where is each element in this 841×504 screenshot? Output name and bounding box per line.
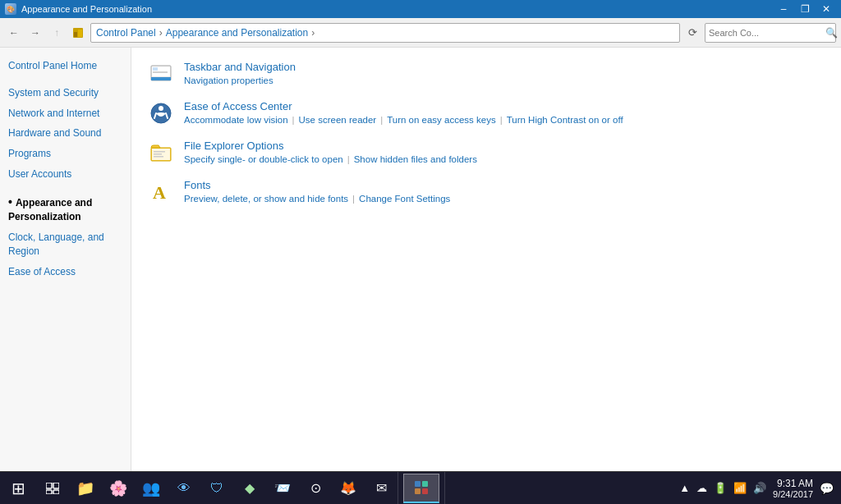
section-fonts: A Fonts Preview, delete, or show and hid… xyxy=(148,179,825,205)
taskbar-navigation-icon xyxy=(148,61,174,87)
maximize-button[interactable]: ❐ xyxy=(795,2,815,16)
svg-rect-7 xyxy=(153,71,168,73)
minimize-button[interactable]: – xyxy=(774,2,793,16)
search-box[interactable]: 🔍 xyxy=(705,23,836,43)
svg-rect-2 xyxy=(78,30,82,37)
sidebar-item-ease-of-access[interactable]: Ease of Access xyxy=(0,262,131,282)
ease-of-access-title[interactable]: Ease of Access Center xyxy=(184,100,825,112)
svg-rect-25 xyxy=(422,481,428,487)
file-explorer-text: File Explorer Options Specify single- or… xyxy=(184,140,825,164)
show-hidden-files-link[interactable]: Show hidden files and folders xyxy=(354,154,477,164)
window-title: Appearance and Personalization xyxy=(21,4,152,14)
control-panel-taskbar-app[interactable] xyxy=(403,474,439,503)
svg-text:A: A xyxy=(153,182,166,203)
mail-button[interactable]: ✉ xyxy=(365,472,398,505)
camera-button[interactable]: 👁 xyxy=(168,472,200,505)
task-view-button[interactable] xyxy=(36,472,69,505)
sidebar-item-system-and-security[interactable]: System and Security xyxy=(0,83,131,103)
fonts-links: Preview, delete, or show and hide fonts … xyxy=(184,194,825,204)
file-explorer-button[interactable]: 📁 xyxy=(69,472,102,505)
svg-rect-15 xyxy=(154,153,162,155)
sidebar-item-network-and-internet[interactable]: Network and Internet xyxy=(0,103,131,124)
close-button[interactable]: ✕ xyxy=(816,2,836,16)
content-area: Taskbar and Navigation Navigation proper… xyxy=(131,48,841,471)
turn-on-easy-access-keys-link[interactable]: Turn on easy access keys xyxy=(387,115,496,125)
solitaire-button[interactable]: ◆ xyxy=(233,472,266,505)
svg-rect-22 xyxy=(46,490,52,494)
breadcrumb-control-panel[interactable]: Control Panel xyxy=(96,27,156,39)
section-taskbar-navigation: Taskbar and Navigation Navigation proper… xyxy=(148,61,825,87)
svg-rect-24 xyxy=(415,481,420,487)
svg-rect-6 xyxy=(153,67,158,71)
refresh-button[interactable]: ⟳ xyxy=(683,24,701,42)
ease-of-access-icon xyxy=(148,100,174,126)
svg-rect-21 xyxy=(53,483,59,488)
sidebar-item-appearance[interactable]: Appearance and Personalization xyxy=(0,191,131,227)
window-controls: – ❐ ✕ xyxy=(774,2,836,16)
taskbar-navigation-links: Navigation properties xyxy=(184,76,825,85)
back-button[interactable]: ← xyxy=(5,24,23,42)
preview-delete-link[interactable]: Preview, delete, or show and hide fonts xyxy=(184,194,348,204)
forward-button[interactable]: → xyxy=(26,24,44,42)
taskbar-navigation-title[interactable]: Taskbar and Navigation xyxy=(184,61,825,73)
clock-date: 9/24/2017 xyxy=(773,489,813,499)
file-explorer-icon xyxy=(148,140,174,166)
windows-defender-button[interactable]: 🛡 xyxy=(200,472,233,505)
sidebar-item-user-accounts[interactable]: User Accounts xyxy=(0,164,131,185)
title-bar: 🎨 Appearance and Personalization – ❐ ✕ xyxy=(0,0,841,18)
tray-cloud-icon[interactable]: ☁ xyxy=(695,480,709,496)
taskbar-navigation-text: Taskbar and Navigation Navigation proper… xyxy=(184,61,825,85)
specify-click-link[interactable]: Specify single- or double-click to open xyxy=(184,154,343,164)
svg-rect-23 xyxy=(53,490,59,494)
taskbar: ⊞ 📁 🌸 👥 👁 🛡 ◆ 📨 ⊙ 🦊 ✉ ▲ ☁ 🔋 📶 🔊 9:31 AM … xyxy=(0,471,841,504)
svg-rect-16 xyxy=(154,156,163,158)
start-button[interactable]: ⊞ xyxy=(0,472,36,505)
sidebar-item-control-panel-home[interactable]: Control Panel Home xyxy=(0,56,131,76)
app-icon: 🎨 xyxy=(5,3,16,15)
up-button[interactable]: ↑ xyxy=(48,24,66,42)
breadcrumb[interactable]: Control Panel › Appearance and Personali… xyxy=(90,23,680,43)
sidebar-item-clock[interactable]: Clock, Language, and Region xyxy=(0,227,131,262)
notification-center-button[interactable]: 💬 xyxy=(818,474,834,503)
svg-point-9 xyxy=(159,106,163,111)
taskbar-clock[interactable]: 9:31 AM 9/24/2017 xyxy=(773,478,813,499)
breadcrumb-appearance[interactable]: Appearance and Personalization xyxy=(166,27,308,39)
main-area: Control Panel Home System and Security N… xyxy=(0,48,841,471)
file-explorer-links: Specify single- or double-click to open … xyxy=(184,154,825,164)
taskbar-right: ▲ ☁ 🔋 📶 🔊 9:31 AM 9/24/2017 💬 xyxy=(671,474,841,503)
ease-of-access-text: Ease of Access Center Accommodate low vi… xyxy=(184,100,825,125)
breadcrumb-icon xyxy=(69,24,87,42)
svg-rect-1 xyxy=(74,32,77,37)
sidebar-item-programs[interactable]: Programs xyxy=(0,144,131,164)
fonts-title[interactable]: Fonts xyxy=(184,179,825,191)
turn-high-contrast-link[interactable]: Turn High Contrast on or off xyxy=(507,115,623,125)
photos-button[interactable]: 🌸 xyxy=(102,472,135,505)
search-icon[interactable]: 🔍 xyxy=(825,27,838,39)
fonts-icon: A xyxy=(148,179,174,205)
tray-battery-icon[interactable]: 🔋 xyxy=(712,480,728,496)
sidebar: Control Panel Home System and Security N… xyxy=(0,48,131,471)
tray-network-icon[interactable]: 📶 xyxy=(732,480,748,496)
nav-bar: ← → ↑ Control Panel › Appearance and Per… xyxy=(0,18,841,48)
sidebar-item-hardware-and-sound[interactable]: Hardware and Sound xyxy=(0,123,131,144)
section-ease-of-access: Ease of Access Center Accommodate low vi… xyxy=(148,100,825,126)
file-explorer-title[interactable]: File Explorer Options xyxy=(184,140,825,152)
chrome-button[interactable]: ⊙ xyxy=(299,472,332,505)
use-screen-reader-link[interactable]: Use screen reader xyxy=(299,115,377,125)
svg-rect-27 xyxy=(422,488,428,494)
fonts-text: Fonts Preview, delete, or show and hide … xyxy=(184,179,825,204)
accommodate-low-vision-link[interactable]: Accommodate low vision xyxy=(184,115,288,125)
metro-mail-button[interactable]: 📨 xyxy=(266,472,299,505)
clock-time: 9:31 AM xyxy=(773,478,813,489)
tray-arrow-icon[interactable]: ▲ xyxy=(678,480,692,496)
navigation-properties-link[interactable]: Navigation properties xyxy=(184,76,273,85)
taskbar-open-apps xyxy=(398,472,445,505)
search-input[interactable] xyxy=(709,28,822,38)
svg-rect-14 xyxy=(154,151,165,153)
section-file-explorer: File Explorer Options Specify single- or… xyxy=(148,140,825,166)
firefox-button[interactable]: 🦊 xyxy=(332,472,365,505)
people-button[interactable]: 👥 xyxy=(135,472,168,505)
tray-volume-icon[interactable]: 🔊 xyxy=(751,480,768,496)
taskbar-quick-launch: 📁 🌸 👥 👁 🛡 ◆ 📨 ⊙ 🦊 ✉ xyxy=(36,472,398,505)
change-font-settings-link[interactable]: Change Font Settings xyxy=(359,194,450,204)
